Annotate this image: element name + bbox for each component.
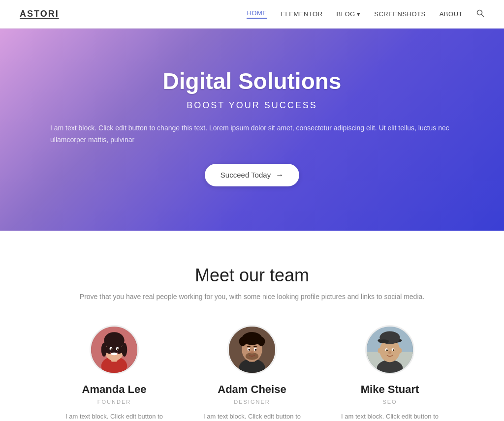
svg-point-36 xyxy=(378,339,390,343)
hero-button-label: Succeed Today xyxy=(220,171,271,179)
team-section-subtitle: Prove that you have real people working … xyxy=(20,293,484,301)
site-logo[interactable]: ASTORI xyxy=(20,9,59,19)
chevron-down-icon: ▾ xyxy=(357,10,361,18)
member-name-amanda: Amanda Lee xyxy=(60,383,168,396)
svg-point-9 xyxy=(122,342,127,356)
hero-title: Digital Solutions xyxy=(20,68,484,94)
svg-point-26 xyxy=(248,349,250,351)
team-member-adam: Adam Cheise DESIGNER I am text block. Cl… xyxy=(198,325,306,421)
team-member-amanda: Amanda Lee FOUNDER I am text block. Clic… xyxy=(60,325,168,421)
team-grid: Amanda Lee FOUNDER I am text block. Clic… xyxy=(20,325,484,421)
hero-subtitle: BOOST YOUR SUCCESS xyxy=(20,100,484,111)
svg-point-40 xyxy=(393,349,394,351)
member-name-mike: Mike Stuart xyxy=(336,383,444,396)
team-member-mike: Mike Stuart SEO I am text block. Click e… xyxy=(336,325,444,421)
hero-section: Digital Solutions BOOST YOUR SUCCESS I a… xyxy=(0,29,504,231)
member-desc-amanda: I am text block. Click edit button to ch… xyxy=(60,412,168,421)
svg-point-28 xyxy=(250,351,254,354)
svg-point-43 xyxy=(398,348,402,353)
nav-about[interactable]: ABOUT xyxy=(440,10,463,18)
avatar-adam xyxy=(227,325,277,374)
member-role-adam: DESIGNER xyxy=(198,399,306,405)
svg-point-12 xyxy=(110,348,112,350)
member-role-amanda: FOUNDER xyxy=(60,399,168,405)
arrow-icon: → xyxy=(276,171,284,180)
member-desc-mike: I am text block. Click edit button to ch… xyxy=(336,412,444,421)
member-name-adam: Adam Cheise xyxy=(198,383,306,396)
svg-point-14 xyxy=(111,352,117,355)
svg-point-42 xyxy=(378,348,382,353)
succeed-today-button[interactable]: Succeed Today → xyxy=(205,164,299,186)
svg-point-41 xyxy=(388,351,392,354)
nav-home[interactable]: HOME xyxy=(247,9,267,19)
avatar-mike xyxy=(365,325,414,374)
member-role-mike: SEO xyxy=(336,399,444,405)
svg-point-39 xyxy=(386,349,388,351)
nav-links: HOME ELEMENTOR BLOG ▾ SCREENSHOTS ABOUT xyxy=(247,9,484,19)
avatar-amanda xyxy=(90,325,139,374)
nav-blog[interactable]: BLOG ▾ xyxy=(337,10,361,18)
nav-elementor[interactable]: ELEMENTOR xyxy=(281,10,322,18)
hero-description: I am text block. Click edit button to ch… xyxy=(45,122,459,146)
svg-line-1 xyxy=(482,15,484,17)
svg-point-8 xyxy=(101,342,107,356)
svg-point-13 xyxy=(117,348,119,350)
navbar: ASTORI HOME ELEMENTOR BLOG ▾ SCREENSHOTS… xyxy=(0,0,504,29)
search-icon[interactable] xyxy=(476,9,484,19)
nav-screenshots[interactable]: SCREENSHOTS xyxy=(374,10,425,18)
svg-point-22 xyxy=(245,332,259,341)
member-desc-adam: I am text block. Click edit button to ch… xyxy=(198,412,306,421)
team-section-title: Meet our team xyxy=(20,265,484,286)
team-section: Meet our team Prove that you have real p… xyxy=(0,231,504,421)
svg-point-27 xyxy=(255,349,257,351)
